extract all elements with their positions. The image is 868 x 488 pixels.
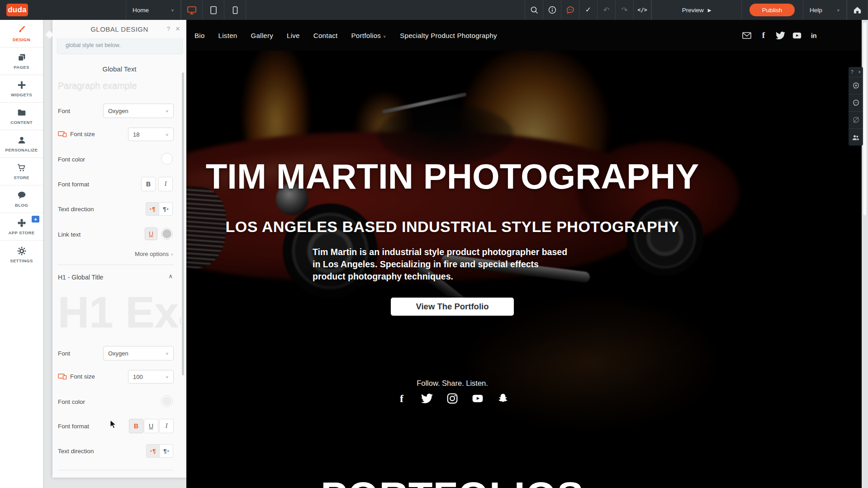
sidebar-item-content[interactable]: CONTENT bbox=[0, 103, 43, 130]
add-comment-button[interactable] bbox=[849, 77, 863, 94]
h1-font-size-select[interactable]: 100 ∨ bbox=[128, 370, 174, 384]
h1-bold-button[interactable]: B bbox=[129, 419, 143, 433]
panel-help-icon[interactable]: ? bbox=[167, 25, 170, 32]
comments-button[interactable] bbox=[561, 0, 579, 20]
undo-icon: ↶ bbox=[603, 6, 609, 14]
home-icon bbox=[853, 6, 862, 14]
sidebar-label: CONTENT bbox=[10, 120, 33, 125]
tablet-view-button[interactable] bbox=[203, 0, 224, 20]
close-icon[interactable]: × bbox=[858, 70, 861, 75]
sidebar-item-app-store[interactable]: APP STORE ★ bbox=[0, 213, 43, 241]
sidebar-label: WIDGETS bbox=[11, 92, 32, 97]
sidebar-label: STORE bbox=[14, 175, 29, 180]
undo-button[interactable]: ↶ bbox=[597, 0, 615, 20]
italic-button[interactable]: I bbox=[158, 177, 173, 191]
linkedin-icon[interactable]: in bbox=[809, 30, 819, 40]
rtl-arrow: ◂ bbox=[166, 207, 168, 211]
h1-font-color-swatch[interactable] bbox=[161, 395, 173, 407]
collapse-section-icon[interactable]: ∧ bbox=[168, 273, 173, 280]
sidebar-item-settings[interactable]: SETTINGS bbox=[0, 241, 43, 268]
page-selector-value: Home bbox=[133, 7, 149, 14]
sidebar-item-personalize[interactable]: PERSONALIZE bbox=[0, 130, 43, 158]
h1-underline-button[interactable]: U bbox=[144, 419, 158, 433]
email-icon[interactable] bbox=[742, 30, 752, 40]
help-icon[interactable]: ? bbox=[851, 70, 854, 75]
sidebar-item-blog[interactable]: BLOG bbox=[0, 185, 43, 213]
info-button[interactable] bbox=[543, 0, 561, 20]
close-icon[interactable]: × bbox=[175, 24, 180, 33]
collaborators-button[interactable] bbox=[849, 128, 863, 146]
font-size-select[interactable]: 18 ∨ bbox=[128, 128, 174, 141]
help-dropdown[interactable]: Help ∨ bbox=[803, 0, 847, 20]
hide-comments-button[interactable] bbox=[849, 111, 863, 128]
link-color-swatch[interactable] bbox=[161, 228, 173, 240]
font-select-value: Oxygen bbox=[108, 108, 128, 114]
h1-section-heading: H1 - Global Title bbox=[58, 274, 103, 281]
facebook-icon[interactable]: f bbox=[759, 30, 768, 40]
view-portfolio-button[interactable]: View The Portfolio bbox=[391, 298, 514, 316]
bold-button[interactable]: B bbox=[141, 177, 156, 191]
ltr-direction-button[interactable]: ▸¶ bbox=[146, 202, 159, 216]
hide-comments-icon bbox=[852, 116, 860, 124]
font-size-label: Font size bbox=[58, 131, 95, 137]
more-options-link[interactable]: More options ∨ bbox=[135, 251, 174, 257]
facebook-icon[interactable]: f bbox=[396, 393, 408, 404]
puzzle-icon bbox=[17, 218, 27, 228]
duda-logo[interactable]: duda bbox=[6, 4, 28, 16]
sidebar-item-pages[interactable]: PAGES bbox=[0, 47, 43, 75]
twitter-icon[interactable] bbox=[421, 393, 433, 404]
h1-font-size-label-text: Font size bbox=[70, 373, 95, 380]
show-comments-button[interactable] bbox=[849, 94, 863, 111]
person-icon bbox=[17, 135, 27, 145]
section-divider bbox=[58, 470, 174, 470]
dashboard-home-button[interactable] bbox=[847, 0, 868, 20]
sidebar-label: BLOG bbox=[15, 203, 28, 208]
nav-item-bio[interactable]: Bio bbox=[194, 32, 205, 39]
mobile-view-button[interactable] bbox=[224, 0, 246, 20]
instagram-icon[interactable] bbox=[446, 393, 458, 404]
panel-scrollbar-thumb[interactable] bbox=[182, 72, 184, 375]
comments-toolbar: ? × bbox=[849, 67, 863, 146]
sidebar-item-store[interactable]: STORE bbox=[0, 158, 43, 185]
h1-italic-button[interactable]: I bbox=[159, 419, 174, 433]
facebook-glyph: f bbox=[762, 30, 765, 40]
panel-title: GLOBAL DESIGN bbox=[52, 25, 186, 33]
facebook-glyph: f bbox=[400, 393, 403, 405]
publish-button[interactable]: Publish bbox=[749, 4, 795, 16]
font-label: Font bbox=[58, 108, 70, 114]
link-underline-button[interactable]: U bbox=[145, 227, 157, 240]
code-icon: </> bbox=[637, 7, 647, 13]
nav-item-specialty[interactable]: Specialty Product Photography bbox=[400, 32, 497, 39]
font-color-swatch[interactable] bbox=[161, 153, 173, 165]
pilcrow-icon: ¶ bbox=[163, 206, 166, 213]
nav-item-gallery[interactable]: Gallery bbox=[251, 32, 273, 39]
font-color-label: Font color bbox=[58, 156, 85, 163]
editor-sidebar: DESIGN PAGES WIDGETS CONTENT PERSONALIZE… bbox=[0, 20, 43, 488]
save-check-button[interactable]: ✓ bbox=[579, 0, 597, 20]
nav-item-live[interactable]: Live bbox=[287, 32, 300, 39]
youtube-icon[interactable] bbox=[792, 30, 802, 40]
youtube-icon[interactable] bbox=[472, 393, 484, 404]
page-selector-dropdown[interactable]: Home ∨ bbox=[126, 0, 181, 20]
rtl-direction-button[interactable]: ¶◂ bbox=[160, 444, 173, 458]
twitter-icon[interactable] bbox=[775, 30, 785, 40]
search-button[interactable] bbox=[525, 0, 543, 20]
snapchat-icon[interactable] bbox=[497, 393, 509, 404]
h1-font-select[interactable]: Oxygen ∨ bbox=[103, 346, 174, 360]
site-scrollbar-thumb[interactable] bbox=[863, 22, 867, 216]
play-icon: ▶ bbox=[708, 8, 711, 13]
font-select[interactable]: Oxygen ∨ bbox=[103, 104, 174, 118]
preview-button[interactable]: Preview ▶ bbox=[651, 0, 742, 20]
nav-item-contact[interactable]: Contact bbox=[313, 32, 338, 39]
redo-button[interactable]: ↷ bbox=[615, 0, 633, 20]
rtl-direction-button[interactable]: ¶◂ bbox=[159, 202, 173, 216]
desktop-icon bbox=[187, 5, 197, 15]
sidebar-item-design[interactable]: DESIGN bbox=[0, 20, 43, 47]
dev-mode-button[interactable]: </> bbox=[633, 0, 651, 20]
sidebar-item-widgets[interactable]: WIDGETS bbox=[0, 75, 43, 103]
desktop-view-button[interactable] bbox=[181, 0, 203, 20]
sidebar-label: APP STORE bbox=[8, 230, 34, 235]
nav-item-listen[interactable]: Listen bbox=[218, 32, 237, 39]
nav-item-portfolios[interactable]: Portfolios ∨ bbox=[351, 32, 387, 39]
ltr-direction-button[interactable]: ▸¶ bbox=[146, 444, 160, 458]
